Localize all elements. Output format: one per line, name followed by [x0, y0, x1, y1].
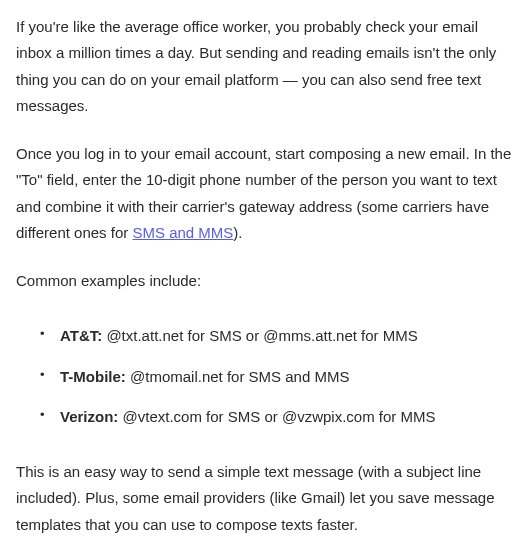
carrier-list: AT&T: @txt.att.net for SMS or @mms.att.n…	[16, 316, 514, 437]
howto-post: ).	[233, 224, 242, 241]
list-item: Verizon: @vtext.com for SMS or @vzwpix.c…	[56, 397, 514, 437]
carrier-detail: @tmomail.net for SMS and MMS	[126, 368, 350, 385]
carrier-detail: @txt.att.net for SMS or @mms.att.net for…	[102, 327, 418, 344]
sms-mms-link[interactable]: SMS and MMS	[132, 224, 233, 241]
carrier-label: T-Mobile:	[60, 368, 126, 385]
carrier-detail: @vtext.com for SMS or @vzwpix.com for MM…	[118, 408, 435, 425]
examples-lead: Common examples include:	[16, 268, 514, 294]
outro-paragraph: This is an easy way to send a simple tex…	[16, 459, 514, 538]
intro-paragraph: If you're like the average office worker…	[16, 14, 514, 119]
howto-pre: Once you log in to your email account, s…	[16, 145, 511, 241]
list-item: AT&T: @txt.att.net for SMS or @mms.att.n…	[56, 316, 514, 356]
carrier-label: Verizon:	[60, 408, 118, 425]
carrier-label: AT&T:	[60, 327, 102, 344]
howto-paragraph: Once you log in to your email account, s…	[16, 141, 514, 246]
list-item: T-Mobile: @tmomail.net for SMS and MMS	[56, 357, 514, 397]
